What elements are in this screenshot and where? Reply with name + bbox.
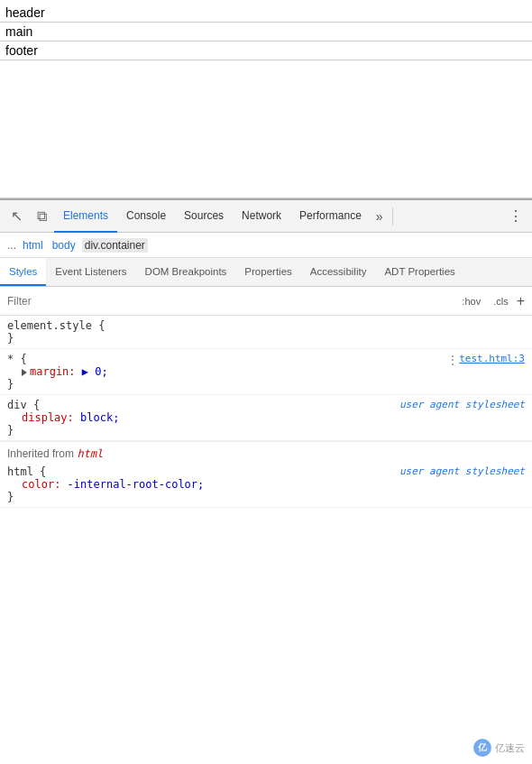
html-rule-source: user agent stylesheet xyxy=(399,465,525,477)
tab-elements[interactable]: Elements xyxy=(54,200,117,233)
div-display-property: display: block; xyxy=(7,411,525,424)
filter-buttons: :hov .cls + xyxy=(457,293,525,309)
filter-bar: :hov .cls + xyxy=(0,287,532,316)
device-icon[interactable]: ⧉ xyxy=(29,204,54,229)
html-rule: user agent stylesheet html { color: -int… xyxy=(0,462,532,508)
div-rule-source: user agent stylesheet xyxy=(399,399,525,410)
browser-viewport: header main footer xyxy=(0,0,532,198)
breadcrumb-bar: ... html body div.container xyxy=(0,233,532,258)
more-tabs-button[interactable]: » xyxy=(371,204,389,229)
subtab-accessibility[interactable]: Accessibility xyxy=(301,258,376,286)
element-style-selector: element.style { xyxy=(7,319,105,332)
breadcrumb-div-container[interactable]: div.container xyxy=(82,238,148,253)
star-margin-property: margin: ▶ 0; xyxy=(7,365,525,378)
breadcrumb-ellipsis: ... xyxy=(7,239,16,252)
styles-subtabs: Styles Event Listeners DOM Breakpoints P… xyxy=(0,258,532,287)
devtools-toolbar: ↖ ⧉ Elements Console Sources Network Per… xyxy=(0,200,532,233)
breadcrumb-html[interactable]: html xyxy=(20,238,46,253)
subtab-dom-breakpoints[interactable]: DOM Breakpoints xyxy=(136,258,236,286)
add-style-button[interactable]: + xyxy=(517,293,525,309)
cursor-icon[interactable]: ↖ xyxy=(4,204,29,229)
html-color-value: -internal-root-color; xyxy=(68,478,205,491)
watermark-icon: 亿 xyxy=(473,739,491,757)
watermark: 亿 亿速云 xyxy=(473,739,525,757)
devtools-settings-button[interactable]: ⋮ xyxy=(503,207,528,225)
html-selector: html { xyxy=(7,465,46,478)
tab-sources[interactable]: Sources xyxy=(175,200,233,233)
html-color-property: color: -internal-root-color; xyxy=(7,478,525,491)
watermark-text: 亿速云 xyxy=(495,741,525,755)
filter-input[interactable] xyxy=(7,295,457,308)
cls-button[interactable]: .cls xyxy=(489,293,513,309)
triangle-icon xyxy=(22,369,27,376)
element-style-rule: element.style { } xyxy=(0,316,532,349)
star-margin-value: ▶ 0; xyxy=(82,365,108,378)
element-style-closing: } xyxy=(7,332,14,345)
div-closing: } xyxy=(7,424,14,437)
star-rule-source[interactable]: test.html:3 xyxy=(459,353,525,364)
toolbar-separator xyxy=(392,207,393,226)
tab-network[interactable]: Network xyxy=(233,200,290,233)
hov-button[interactable]: :hov xyxy=(457,293,485,309)
viewport-line-footer: footer xyxy=(0,41,532,60)
devtools-panel: ↖ ⧉ Elements Console Sources Network Per… xyxy=(0,198,532,764)
subtab-event-listeners[interactable]: Event Listeners xyxy=(46,258,135,286)
star-rule: test.html:3 ⋮ * { margin: ▶ 0; } xyxy=(0,349,532,395)
div-rule: user agent stylesheet div { display: blo… xyxy=(0,395,532,441)
tab-console[interactable]: Console xyxy=(117,200,175,233)
div-selector: div { xyxy=(7,399,40,411)
viewport-line-header: header xyxy=(0,4,532,23)
inherited-html-link[interactable]: html xyxy=(77,447,103,460)
div-display-value: block; xyxy=(80,411,119,424)
html-closing: } xyxy=(7,491,14,503)
rule-options-star[interactable]: ⋮ xyxy=(446,353,459,367)
inherited-from-html: Inherited from html xyxy=(0,441,532,462)
tab-performance[interactable]: Performance xyxy=(290,200,371,233)
star-closing: } xyxy=(7,378,14,391)
subtab-adt-properties[interactable]: ADT Properties xyxy=(375,258,463,286)
subtab-properties[interactable]: Properties xyxy=(235,258,300,286)
styles-panel: :hov .cls + element.style { } test.html:… xyxy=(0,287,532,764)
subtab-styles[interactable]: Styles xyxy=(0,258,46,286)
viewport-line-main: main xyxy=(0,23,532,41)
star-selector: * { xyxy=(7,353,27,365)
breadcrumb-body[interactable]: body xyxy=(50,238,78,253)
